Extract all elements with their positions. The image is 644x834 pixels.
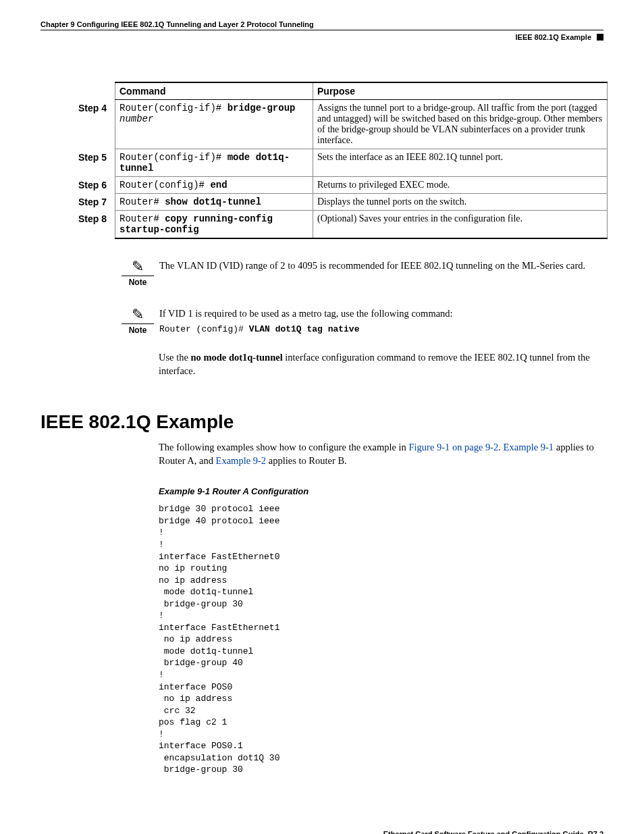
header-end-marker-icon xyxy=(597,34,603,41)
step-label: Step 7 xyxy=(74,194,115,211)
header-rule xyxy=(41,30,603,30)
body-paragraph: Use the no mode dot1q-tunnel interface c… xyxy=(159,351,608,377)
running-header: IEEE 802.1Q Example xyxy=(41,33,603,41)
chapter-header: Chapter 9 Configuring IEEE 802.1Q Tunnel… xyxy=(41,20,603,28)
purpose-cell: (Optional) Saves your entries in the con… xyxy=(313,211,608,239)
pencil-icon: ✎ xyxy=(122,307,154,322)
example-link[interactable]: Example 9-1 xyxy=(504,442,554,452)
step-label: Step 8 xyxy=(74,211,115,239)
command-cell: Router# copy running-config startup-conf… xyxy=(115,211,313,239)
running-header-text: IEEE 802.1Q Example xyxy=(515,33,591,41)
example-caption: Example 9-1 Router A Configuration xyxy=(159,486,603,496)
figure-link[interactable]: Figure 9-1 on page 9-2 xyxy=(408,442,498,452)
body-paragraph: The following examples show how to confi… xyxy=(159,441,608,467)
table-row: Step 8 Router# copy running-config start… xyxy=(74,211,608,239)
command-table: Command Purpose Step 4 Router(config-if)… xyxy=(74,82,608,239)
step-label: Step 6 xyxy=(74,177,115,194)
page-footer: Ethernet Card Software Feature and Confi… xyxy=(41,830,603,834)
section-title: IEEE 802.1Q Example xyxy=(41,411,603,433)
purpose-cell: Assigns the tunnel port to a bridge-grou… xyxy=(313,100,608,149)
purpose-cell: Returns to privileged EXEC mode. xyxy=(313,177,608,194)
purpose-header: Purpose xyxy=(313,82,608,100)
step-label: Step 4 xyxy=(74,100,115,149)
command-cell: Router# show dot1q-tunnel xyxy=(115,194,313,211)
table-row: Step 4 Router(config-if)# bridge-group n… xyxy=(74,100,608,149)
blank-header xyxy=(74,82,115,100)
pencil-icon: ✎ xyxy=(122,259,154,274)
command-cell: Router(config)# end xyxy=(115,177,313,194)
example-link[interactable]: Example 9-2 xyxy=(216,455,267,466)
command-header: Command xyxy=(115,82,313,100)
table-row: Step 7 Router# show dot1q-tunnel Display… xyxy=(74,194,608,211)
purpose-cell: Sets the interface as an IEEE 802.1Q tun… xyxy=(313,149,608,177)
note-text: The VLAN ID (VID) range of 2 to 4095 is … xyxy=(159,259,585,273)
note-block: ✎ Note If VID 1 is required to be used a… xyxy=(122,307,608,335)
table-row: Step 5 Router(config-if)# mode dot1q-tun… xyxy=(74,149,608,177)
note-text: If VID 1 is required to be used as a met… xyxy=(159,307,453,335)
table-row: Step 6 Router(config)# end Returns to pr… xyxy=(74,177,608,194)
command-cell: Router(config-if)# mode dot1q-tunnel xyxy=(115,149,313,177)
purpose-cell: Displays the tunnel ports on the switch. xyxy=(313,194,608,211)
note-block: ✎ Note The VLAN ID (VID) range of 2 to 4… xyxy=(122,259,608,287)
command-cell: Router(config-if)# bridge-group number xyxy=(115,100,313,149)
note-command: Router (config)# VLAN dot1Q tag native xyxy=(159,323,453,336)
footer-book-title: Ethernet Card Software Feature and Confi… xyxy=(41,830,603,834)
note-label: Note xyxy=(122,323,154,335)
code-block: bridge 30 protocol ieee bridge 40 protoc… xyxy=(159,503,603,776)
note-label: Note xyxy=(122,276,154,287)
step-label: Step 5 xyxy=(74,149,115,177)
